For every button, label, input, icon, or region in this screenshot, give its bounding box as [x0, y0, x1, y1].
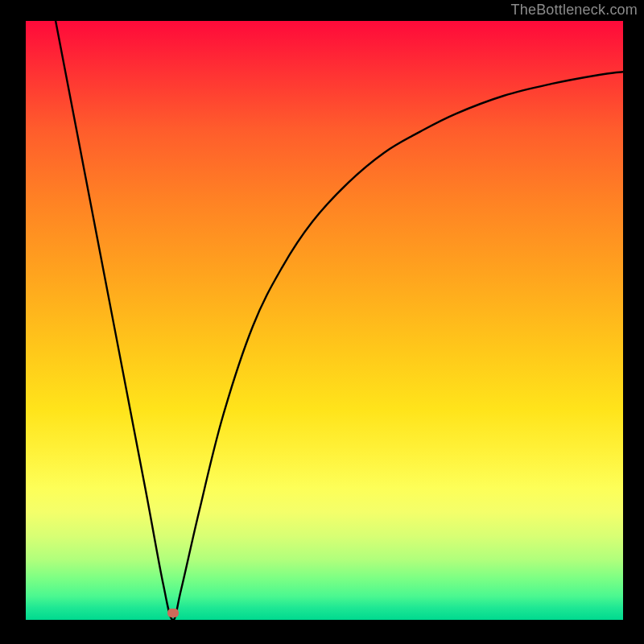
- bottleneck-curve: [0, 0, 644, 644]
- minimum-marker: [167, 609, 179, 617]
- chart-frame: TheBottleneck.com: [0, 0, 644, 644]
- watermark-text: TheBottleneck.com: [511, 2, 638, 19]
